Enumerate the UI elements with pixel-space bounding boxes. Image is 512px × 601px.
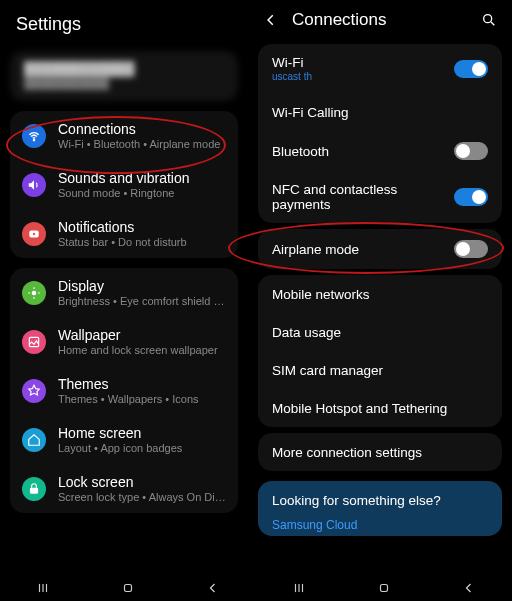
connections-header: Connections — [248, 0, 512, 38]
nav-home-icon[interactable] — [120, 580, 136, 596]
item-sub: Brightness • Eye comfort shield • Navi — [58, 295, 226, 307]
suggestion-link-cloud[interactable]: Samsung Cloud — [272, 518, 488, 532]
item-sub: Layout • App icon badges — [58, 442, 182, 454]
settings-title: Settings — [0, 0, 248, 45]
profile-card[interactable]: ████████████ ████████████ — [10, 51, 238, 101]
connections-pane: Connections Wi-Fi uscast th Wi-Fi Callin… — [248, 0, 512, 601]
lock-icon — [22, 477, 46, 501]
item-title: Sounds and vibration — [58, 170, 190, 186]
item-title: NFC and contactless payments — [272, 182, 444, 212]
wallpaper-icon — [22, 330, 46, 354]
item-sub: Screen lock type • Always On Display — [58, 491, 226, 503]
settings-pane: Settings ████████████ ████████████ Conne… — [0, 0, 248, 601]
svg-point-10 — [484, 15, 492, 23]
item-sub: Home and lock screen wallpaper — [58, 344, 218, 356]
connections-item-wificalling[interactable]: Wi-Fi Calling — [258, 93, 502, 131]
item-sub: Sound mode • Ringtone — [58, 187, 190, 199]
connections-item-sim[interactable]: SIM card manager — [258, 351, 502, 389]
settings-item-connections[interactable]: Connections Wi-Fi • Bluetooth • Airplane… — [10, 111, 238, 160]
item-title: Display — [58, 278, 226, 294]
settings-item-display[interactable]: Display Brightness • Eye comfort shield … — [10, 268, 238, 317]
nav-home-icon[interactable] — [376, 580, 392, 596]
item-title: Data usage — [272, 325, 488, 340]
settings-item-lock[interactable]: Lock screen Screen lock type • Always On… — [10, 464, 238, 513]
connections-item-wifi[interactable]: Wi-Fi uscast th — [258, 44, 502, 93]
home-icon — [22, 428, 46, 452]
suggestion-card: Looking for something else? Samsung Clou… — [258, 481, 502, 536]
sound-icon — [22, 173, 46, 197]
nav-recent-icon[interactable] — [291, 580, 307, 596]
wifi-toggle[interactable] — [454, 60, 488, 78]
connections-group-3: Mobile networks Data usage SIM card mana… — [258, 275, 502, 427]
settings-item-wallpaper[interactable]: Wallpaper Home and lock screen wallpaper — [10, 317, 238, 366]
item-title: Home screen — [58, 425, 182, 441]
connections-group-2: Airplane mode — [258, 229, 502, 269]
connections-item-nfc[interactable]: NFC and contactless payments — [258, 171, 502, 223]
connections-group-1: Wi-Fi uscast th Wi-Fi Calling Bluetooth … — [258, 44, 502, 223]
item-title: Bluetooth — [272, 144, 444, 159]
settings-item-home[interactable]: Home screen Layout • App icon badges — [10, 415, 238, 464]
item-title: Mobile Hotspot and Tethering — [272, 401, 488, 416]
item-title: Mobile networks — [272, 287, 488, 302]
item-title: SIM card manager — [272, 363, 488, 378]
item-title: Notifications — [58, 219, 187, 235]
settings-item-notifications[interactable]: Notifications Status bar • Do not distur… — [10, 209, 238, 258]
item-title: Connections — [58, 121, 220, 137]
back-icon[interactable] — [262, 11, 280, 29]
connections-item-mobile-networks[interactable]: Mobile networks — [258, 275, 502, 313]
connections-item-data-usage[interactable]: Data usage — [258, 313, 502, 351]
nfc-toggle[interactable] — [454, 188, 488, 206]
svg-point-0 — [33, 139, 34, 140]
svg-line-11 — [491, 22, 494, 25]
item-title: Wi-Fi — [272, 55, 444, 70]
nav-back-icon[interactable] — [461, 580, 477, 596]
item-title: Themes — [58, 376, 199, 392]
suggestion-title: Looking for something else? — [272, 493, 488, 508]
profile-name: ████████████ — [24, 61, 224, 76]
item-title: More connection settings — [272, 445, 488, 460]
settings-group-1: Connections Wi-Fi • Bluetooth • Airplane… — [10, 111, 238, 258]
search-icon[interactable] — [480, 11, 498, 29]
themes-icon — [22, 379, 46, 403]
display-icon — [22, 281, 46, 305]
connections-item-airplane[interactable]: Airplane mode — [258, 229, 502, 269]
item-sub: Status bar • Do not disturb — [58, 236, 187, 248]
nav-recent-icon[interactable] — [35, 580, 51, 596]
svg-point-3 — [32, 290, 37, 295]
item-sub: Wi-Fi • Bluetooth • Airplane mode — [58, 138, 220, 150]
connections-title: Connections — [292, 10, 468, 30]
svg-rect-15 — [124, 585, 131, 592]
system-navbar — [0, 575, 512, 601]
connections-item-hotspot[interactable]: Mobile Hotspot and Tethering — [258, 389, 502, 427]
nav-back-icon[interactable] — [205, 580, 221, 596]
item-sub: uscast th — [272, 71, 444, 82]
item-title: Wallpaper — [58, 327, 218, 343]
bluetooth-toggle[interactable] — [454, 142, 488, 160]
item-title: Lock screen — [58, 474, 226, 490]
profile-sub: ████████████ — [24, 78, 224, 89]
svg-rect-19 — [380, 585, 387, 592]
svg-rect-9 — [30, 487, 38, 493]
settings-group-2: Display Brightness • Eye comfort shield … — [10, 268, 238, 513]
airplane-toggle[interactable] — [454, 240, 488, 258]
settings-item-sounds[interactable]: Sounds and vibration Sound mode • Ringto… — [10, 160, 238, 209]
connections-group-4: More connection settings — [258, 433, 502, 471]
item-title: Wi-Fi Calling — [272, 105, 488, 120]
settings-item-themes[interactable]: Themes Themes • Wallpapers • Icons — [10, 366, 238, 415]
svg-point-2 — [33, 232, 35, 234]
connections-item-bluetooth[interactable]: Bluetooth — [258, 131, 502, 171]
wifi-icon — [22, 124, 46, 148]
item-title: Airplane mode — [272, 242, 444, 257]
item-sub: Themes • Wallpapers • Icons — [58, 393, 199, 405]
connections-item-more[interactable]: More connection settings — [258, 433, 502, 471]
notifications-icon — [22, 222, 46, 246]
